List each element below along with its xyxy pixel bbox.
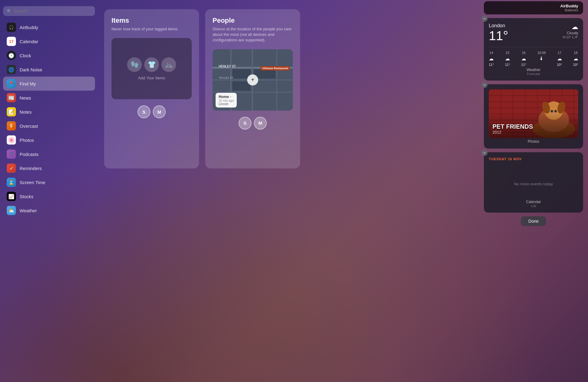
forecast-item-5: 18 ☁ 10° (573, 51, 578, 66)
weather-top: London 11° ☁ Cloudy H:12° L:4° (489, 23, 578, 43)
forecast-item-1: 15 ☁ 11° (505, 51, 510, 66)
weather-temperature: 11° (489, 28, 508, 43)
airbuddy-subtitle: Batteries (489, 8, 578, 12)
calendar-date: TUESDAY 16 NOV (489, 157, 578, 161)
photos-label: Photos (20, 138, 34, 143)
sidebar-item-news[interactable]: 📰 News (3, 91, 95, 105)
items-icons: 🧤 👕 🚲 (127, 57, 176, 72)
weather-label: Weather (489, 68, 578, 72)
items-avatars: S M (111, 105, 192, 118)
sidebar-item-clock[interactable]: 🕑 Clock (3, 48, 95, 62)
findmy-app-icon: 📍 (7, 79, 16, 88)
search-input[interactable] (14, 9, 91, 13)
sidebar-item-findmy[interactable]: 📍 Find My (3, 77, 95, 91)
photos-image: PET FRIENDS 2012 (489, 89, 578, 138)
sidebar-item-calendar[interactable]: 17 Calendar (3, 34, 95, 48)
forecast-time-0: 14 (489, 51, 493, 55)
map-plus-button[interactable]: + (247, 74, 258, 85)
podcasts-app-icon: 🎵 (7, 149, 16, 159)
item-bike-icon: 🚲 (161, 57, 176, 72)
photos-app-icon: 🌸 (7, 135, 16, 145)
sidebar-item-stocks[interactable]: 📈 Stocks (3, 189, 95, 203)
sidebar: 🔍 🎧 AirBuddy 17 Calendar 🕑 Clock 🌀 Dark … (0, 0, 98, 382)
photos-text: PET FRIENDS 2012 (492, 123, 533, 134)
avatar-s-people: S (239, 117, 251, 130)
map-inner: HENLEY ST TEALBY ST + Chinese Restaurant… (213, 49, 293, 111)
forecast-icon-1: ☁ (505, 56, 510, 62)
remove-calendar-button[interactable]: − (481, 150, 488, 156)
main-layout: 🔍 🎧 AirBuddy 17 Calendar 🕑 Clock 🌀 Dark … (0, 0, 588, 382)
airbuddy-title: AirBuddy (489, 4, 578, 8)
photos-year: 2012 (492, 130, 533, 134)
search-bar[interactable]: 🔍 (3, 6, 95, 16)
clock-label: Clock (20, 53, 31, 58)
airbuddy-label: AirBuddy (20, 25, 38, 30)
items-description: Never lose track of your tagged items. (111, 26, 192, 32)
forecast-temp-5: 10° (573, 63, 578, 66)
avatar-m-items: M (153, 105, 166, 118)
sidebar-item-airbuddy[interactable]: 🎧 AirBuddy (3, 20, 95, 34)
forecast-item-2: 16 ☁ 11° (521, 51, 526, 66)
reminders-app-icon: ✓ (7, 164, 16, 173)
forecast-time-3: 16:09 (537, 51, 546, 55)
calendar-widget: − TUESDAY 16 NOV No more events today Ca… (484, 152, 583, 213)
news-app-icon: 📰 (7, 93, 16, 102)
forecast-temp-2: 11° (521, 63, 526, 66)
stocks-label: Stocks (20, 194, 33, 199)
darknoise-label: Dark Noise (20, 67, 42, 72)
sidebar-item-weather[interactable]: ⛅ Weather (3, 203, 95, 217)
time-ago: 10 min ago (219, 99, 234, 102)
remove-weather-button[interactable]: − (481, 16, 488, 22)
weather-city: London (489, 23, 508, 28)
forecast-icon-5: ☁ (573, 56, 578, 62)
sidebar-item-overcast[interactable]: 🎙 Overcast (3, 119, 95, 133)
airbuddy-app-icon: 🎧 (7, 23, 16, 32)
items-card: Items Never lose track of your tagged it… (104, 9, 199, 168)
overcast-label: Overcast (20, 123, 38, 129)
sidebar-item-reminders[interactable]: ✓ Reminders (3, 161, 95, 175)
avatar-s-items: S (138, 105, 150, 118)
people-avatars: S M (213, 117, 293, 130)
news-label: News (20, 95, 31, 100)
sidebar-item-darknoise[interactable]: 🌀 Dark Noise (3, 62, 95, 77)
forecast-icon-4: ☁ (557, 56, 562, 62)
sidebar-item-screentime[interactable]: ⌛ Screen Time (3, 175, 95, 189)
avatar-m-people: M (254, 117, 267, 130)
remove-photos-button[interactable]: − (481, 82, 488, 88)
weather-widget: − London 11° ☁ Cloudy H:12° L:4° 14 ☁ 11… (484, 18, 583, 81)
forecast-icon-0: ☁ (489, 56, 494, 62)
stocks-app-icon: 📈 (7, 192, 16, 201)
forecast-item-4: 17 ☁ 10° (557, 51, 562, 66)
photos-title: PET FRIENDS (492, 123, 533, 130)
people-title: People (213, 17, 293, 25)
people-description: Glance at the location of the people you… (213, 26, 293, 43)
no-events-text: No more events today (489, 163, 578, 199)
sidebar-items: 🎧 AirBuddy 17 Calendar 🕑 Clock 🌀 Dark No… (3, 20, 95, 217)
reminders-label: Reminders (20, 166, 42, 171)
forecast-icon-3: 🌡 (539, 56, 544, 61)
weather-label: Weather (20, 208, 37, 213)
findmy-label: Find My (20, 81, 36, 86)
weather-sublabel: Forecast (489, 72, 578, 76)
sidebar-item-podcasts[interactable]: 🎵 Podcasts (3, 147, 95, 161)
calendar-label: Calendar (489, 200, 578, 204)
restaurant-label: Chinese Restaurant (261, 66, 290, 70)
notes-label: Notes (20, 109, 32, 115)
clock-app-icon: 🕑 (7, 51, 16, 60)
items-card-inner: 🧤 👕 🚲 Add Your Items (111, 38, 192, 99)
overcast-app-icon: 🎙 (7, 121, 16, 130)
photos-widget: − PET FRIENDS 2012 (484, 84, 583, 149)
weather-condition: Cloudy (563, 31, 578, 35)
add-items-label: Add Your Items (138, 76, 165, 80)
photos-label: Photos (489, 139, 578, 144)
street-label-2: TEALBY ST (219, 76, 233, 79)
notes-app-icon: 📝 (7, 107, 16, 116)
sidebar-item-notes[interactable]: 📝 Notes (3, 105, 95, 119)
map-preview: HENLEY ST TEALBY ST + Chinese Restaurant… (213, 49, 293, 111)
sidebar-item-photos[interactable]: 🌸 Photos (3, 133, 95, 147)
location-name: Home · (219, 95, 234, 99)
done-button[interactable]: Done (521, 216, 546, 226)
podcasts-label: Podcasts (20, 152, 39, 157)
forecast-time-1: 15 (506, 51, 509, 55)
item-glove-icon: 🧤 (127, 57, 142, 72)
